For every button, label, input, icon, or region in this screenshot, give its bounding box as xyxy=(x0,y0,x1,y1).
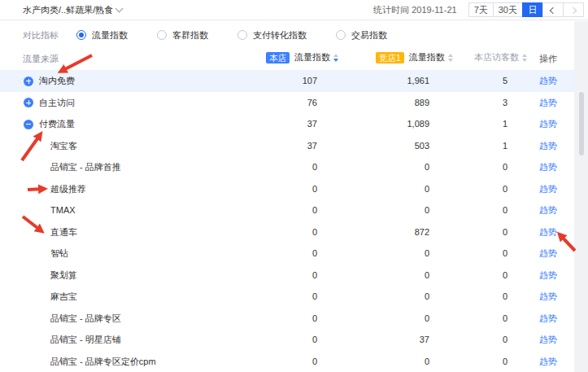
trend-link[interactable]: 趋势 xyxy=(539,113,557,135)
shop-index-value: 0 xyxy=(312,351,317,372)
source-label: 品销宝 - 品牌专区 xyxy=(50,308,121,330)
radio-traffic-index[interactable]: 流量指数 xyxy=(76,29,128,42)
comp-index-value: 0 xyxy=(425,156,429,178)
table-row[interactable]: 聚划算 0 0 0 趋势 xyxy=(0,265,574,287)
trend-link[interactable]: 趋势 xyxy=(539,308,557,330)
collapse-minus-icon[interactable] xyxy=(24,120,33,129)
topbar: 水产肉类/..鲜蔬果/熟食 统计时间 2019-11-21 7天 30天 日 xyxy=(0,0,588,20)
source-label: 直通车 xyxy=(50,221,77,243)
comp-index-value: 1,089 xyxy=(407,113,429,135)
comp-index-value: 872 xyxy=(415,221,429,243)
col-shop-index-header[interactable]: 本店 流量指数 xyxy=(266,51,338,63)
trend-link[interactable]: 趋势 xyxy=(539,135,557,157)
trend-link[interactable]: 趋势 xyxy=(539,178,557,200)
table-header: 流量来源 本店 流量指数 竞店1 流量指数 本店访客数 操作 xyxy=(0,47,574,70)
chevron-down-icon xyxy=(115,5,124,13)
visitors-value: 5 xyxy=(503,70,507,92)
shop-index-value: 37 xyxy=(307,113,317,135)
source-label: 品销宝 - 品牌首推 xyxy=(50,156,121,178)
radio-selected-icon xyxy=(76,30,86,40)
table-row[interactable]: 直通车 0 872 0 趋势 xyxy=(0,221,574,243)
expand-plus-icon[interactable] xyxy=(24,77,33,86)
visitors-value: 0 xyxy=(503,199,507,221)
shop-index-value: 107 xyxy=(303,70,317,92)
table-row[interactable]: 品销宝 - 明星店铺 0 37 0 趋势 xyxy=(0,329,574,351)
shop-index-value: 0 xyxy=(312,308,317,330)
radio-label: 流量指数 xyxy=(92,29,128,42)
table-row[interactable]: 品销宝 - 品牌首推 0 0 0 趋势 xyxy=(0,156,574,178)
chevron-left-icon xyxy=(550,7,556,14)
radio-icon xyxy=(336,30,346,40)
shop-badge: 本店 xyxy=(266,52,290,63)
visitors-value: 0 xyxy=(503,156,507,178)
visitors-label: 本店访客数 xyxy=(474,51,519,63)
source-label: 付费流量 xyxy=(39,113,75,135)
trend-link[interactable]: 趋势 xyxy=(539,156,557,178)
main-panel: 对比指标 流量指数 客群指数 支付转化指数 交易指数 流量来源 本店 流量指数 … xyxy=(0,21,574,372)
category-breadcrumb[interactable]: 水产肉类/..鲜蔬果/熟食 xyxy=(23,4,122,16)
metric-filter-row: 对比指标 流量指数 客群指数 支付转化指数 交易指数 xyxy=(23,28,416,42)
shop-index-value: 37 xyxy=(307,135,317,157)
expand-plus-icon[interactable] xyxy=(24,98,33,107)
shop-index-value: 0 xyxy=(312,221,317,243)
table-row[interactable]: 付费流量 37 1,089 1 趋势 xyxy=(0,113,574,135)
range-day-button[interactable]: 日 xyxy=(522,2,543,17)
source-label: TMAX xyxy=(50,199,76,221)
visitors-value: 3 xyxy=(503,92,507,114)
table-row[interactable]: 超级推荐 0 0 0 趋势 xyxy=(0,178,574,200)
trend-link[interactable]: 趋势 xyxy=(539,265,557,287)
shop-metric-label: 流量指数 xyxy=(294,51,330,63)
col-action-header: 操作 xyxy=(539,53,557,65)
visitors-value: 0 xyxy=(503,351,507,372)
source-label: 聚划算 xyxy=(50,265,77,287)
table-row[interactable]: 淘宝客 37 503 1 趋势 xyxy=(0,135,574,157)
comp-index-value: 0 xyxy=(425,351,429,372)
trend-link[interactable]: 趋势 xyxy=(539,351,557,372)
col-comp-index-header[interactable]: 竞店1 流量指数 xyxy=(376,51,453,63)
trend-link[interactable]: 趋势 xyxy=(539,221,557,243)
trend-link[interactable]: 趋势 xyxy=(539,199,557,221)
scrollbar-thumb[interactable] xyxy=(579,92,584,155)
table-row[interactable]: 智钻 0 0 0 趋势 xyxy=(0,243,574,265)
radio-trade-index[interactable]: 交易指数 xyxy=(336,29,387,42)
radio-conversion-index[interactable]: 支付转化指数 xyxy=(237,29,307,42)
sort-icon[interactable] xyxy=(448,54,453,62)
trend-link[interactable]: 趋势 xyxy=(539,243,557,265)
comp-index-value: 889 xyxy=(415,92,429,114)
source-label: 麻吉宝 xyxy=(50,286,77,308)
shop-index-value: 0 xyxy=(312,329,317,351)
range-30d-button[interactable]: 30天 xyxy=(493,2,523,17)
visitors-value: 0 xyxy=(503,243,507,265)
shop-index-value: 0 xyxy=(312,156,317,178)
sort-icon[interactable] xyxy=(522,54,527,62)
shop-index-value: 0 xyxy=(312,265,317,287)
next-date-button[interactable] xyxy=(563,2,584,17)
scrollbar-track[interactable] xyxy=(574,21,588,372)
comp-index-value: 503 xyxy=(415,135,429,157)
trend-link[interactable]: 趋势 xyxy=(539,70,557,92)
source-label: 自主访问 xyxy=(39,92,75,114)
comp-index-value: 0 xyxy=(425,265,429,287)
table-row[interactable]: 自主访问 76 889 3 趋势 xyxy=(0,92,574,114)
radio-label: 客群指数 xyxy=(172,29,208,42)
trend-link[interactable]: 趋势 xyxy=(539,329,557,351)
trend-link[interactable]: 趋势 xyxy=(539,286,557,308)
breadcrumb-text: 水产肉类/..鲜蔬果/熟食 xyxy=(23,4,113,16)
table-row[interactable]: 淘内免费 107 1,961 5 趋势 xyxy=(0,70,574,92)
comp-index-value: 0 xyxy=(425,199,429,221)
sort-desc-icon[interactable] xyxy=(333,54,338,62)
table-row[interactable]: TMAX 0 0 0 趋势 xyxy=(0,199,574,221)
range-7d-button[interactable]: 7天 xyxy=(468,2,494,17)
prev-date-button[interactable] xyxy=(542,2,564,17)
date-range-group: 7天 30天 日 xyxy=(468,2,584,17)
visitors-value: 0 xyxy=(503,265,507,287)
radio-icon xyxy=(157,30,167,40)
trend-link[interactable]: 趋势 xyxy=(539,92,557,114)
radio-customer-index[interactable]: 客群指数 xyxy=(157,29,208,42)
table-row[interactable]: 品销宝 - 品牌专区定价cpm 0 0 0 趋势 xyxy=(0,351,574,372)
visitors-value: 0 xyxy=(503,308,507,330)
table-row[interactable]: 麻吉宝 0 0 0 趋势 xyxy=(0,286,574,308)
col-visitors-header[interactable]: 本店访客数 xyxy=(474,51,527,63)
table-row[interactable]: 品销宝 - 品牌专区 0 0 0 趋势 xyxy=(0,308,574,330)
comp-index-value: 0 xyxy=(425,286,429,308)
